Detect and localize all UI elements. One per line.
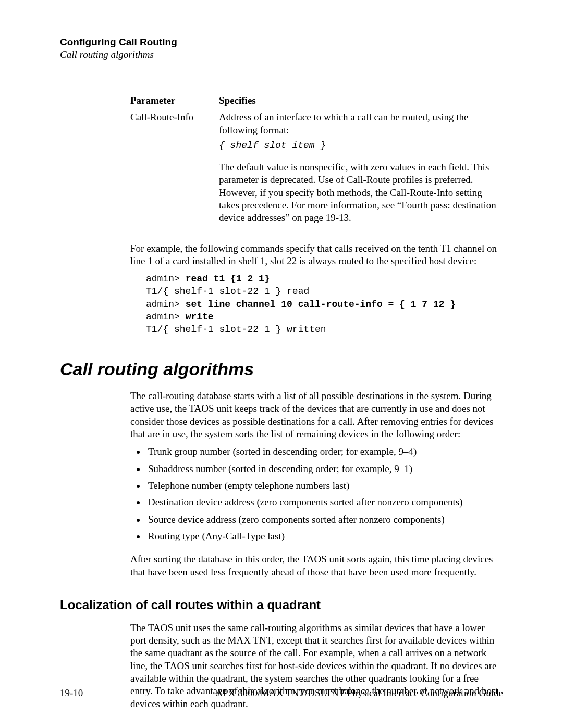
example-intro: For example, the following commands spec… bbox=[130, 242, 503, 268]
terminal-block: admin> read t1 {1 2 1} T1/{ shelf-1 slot… bbox=[146, 273, 503, 336]
table-header-row: Parameter Specifies bbox=[130, 94, 503, 107]
param-code: { shelf slot item } bbox=[219, 140, 503, 152]
body-content: Parameter Specifies Call-Route-Info Addr… bbox=[60, 94, 503, 710]
output-line: T1/{ shelf-1 slot-22 1 } read bbox=[146, 286, 309, 297]
sort-order-list: Trunk group number (sorted in descending… bbox=[130, 446, 503, 542]
prompt: admin> bbox=[146, 274, 186, 284]
list-item: Subaddress number (sorted in descending … bbox=[146, 463, 503, 475]
running-header: Configuring Call Routing Call routing al… bbox=[60, 36, 503, 60]
section-heading: Call routing algorithms bbox=[60, 358, 503, 381]
prompt: admin> bbox=[146, 299, 186, 310]
cmd: read t1 {1 2 1} bbox=[186, 274, 270, 284]
parameter-table: Parameter Specifies Call-Route-Info Addr… bbox=[130, 94, 503, 228]
header-rule bbox=[60, 64, 503, 64]
page-number: 19-10 bbox=[60, 687, 83, 699]
list-item: Destination device address (zero compone… bbox=[146, 496, 503, 509]
th-parameter: Parameter bbox=[130, 94, 219, 107]
header-title: Configuring Call Routing bbox=[60, 36, 503, 48]
table-row: Call-Route-Info Address of an interface … bbox=[130, 111, 503, 227]
subsection-heading: Localization of call routes within a qua… bbox=[60, 597, 503, 613]
book-title: APX 8000/MAX TNT/DSLTNT Physical Interfa… bbox=[215, 687, 503, 699]
page: Configuring Call Routing Call routing al… bbox=[0, 0, 563, 728]
list-item: Source device address (zero components s… bbox=[146, 513, 503, 526]
param-desc: Address of an interface to which a call … bbox=[219, 111, 503, 227]
section-intro: The call-routing database starts with a … bbox=[130, 390, 503, 440]
list-item: Trunk group number (sorted in descending… bbox=[146, 446, 503, 458]
cmd: write bbox=[186, 312, 214, 322]
prompt: admin> bbox=[146, 312, 186, 322]
cmd: set line channel 10 call-route-info = { … bbox=[186, 299, 456, 310]
list-item: Telephone number (empty telephone number… bbox=[146, 479, 503, 492]
header-subtitle: Call routing algorithms bbox=[60, 49, 503, 60]
param-desc-1: Address of an interface to which a call … bbox=[219, 111, 503, 137]
output-line: T1/{ shelf-1 slot-22 1 } written bbox=[146, 324, 326, 335]
section-outro: After sorting the database in this order… bbox=[130, 553, 503, 578]
param-desc-2: The default value is nonspecific, with z… bbox=[219, 161, 503, 225]
th-specifies: Specifies bbox=[219, 94, 503, 107]
list-item: Routing type (Any-Call-Type last) bbox=[146, 530, 503, 542]
param-name: Call-Route-Info bbox=[130, 111, 219, 124]
page-footer: 19-10 APX 8000/MAX TNT/DSLTNT Physical I… bbox=[60, 683, 503, 699]
